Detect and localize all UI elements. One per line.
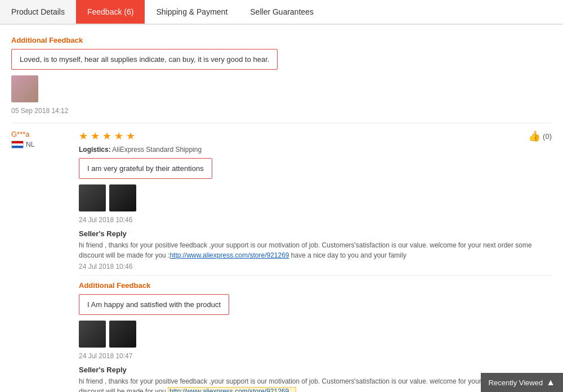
star-4: ★ <box>114 130 123 142</box>
recently-viewed-label: Recently Viewed <box>489 379 543 387</box>
tab-product-details[interactable]: Product Details <box>0 0 76 24</box>
tab-guarantees[interactable]: Seller Guarantees <box>239 0 325 24</box>
tab-feedback[interactable]: Feedback (6) <box>76 0 145 24</box>
seller-reply-date-1: 24 Jul 2018 10:46 <box>79 263 552 271</box>
logistics-label: Logistics: <box>79 146 111 154</box>
date-1: 05 Sep 2018 14:12 <box>11 107 552 115</box>
seller-reply-link-1[interactable]: http://www.aliexpress.com/store/921269 <box>169 251 289 259</box>
additional-feedback-text-2: I Am happy and satisfied with the produc… <box>79 294 229 315</box>
feedback-section-1: Additional Feedback Loved, is to myself,… <box>11 36 552 115</box>
review-text-2: I am very grateful by their attentions <box>79 158 212 179</box>
review-body: ★ ★ ★ ★ ★ Logistics: AliExpress Standard… <box>79 130 552 392</box>
seller-reply-label-1: Seller's Reply <box>79 229 552 238</box>
tab-shipping[interactable]: Shipping & Payment <box>145 0 239 24</box>
thumb-row-1 <box>11 75 552 102</box>
review-header-row: ★ ★ ★ ★ ★ Logistics: AliExpress Standard… <box>79 130 552 184</box>
seller-reply-body-1: hi friend , thanks for your positive fee… <box>79 241 532 259</box>
star-5: ★ <box>126 130 135 142</box>
recently-viewed-bar[interactable]: Recently Viewed ▲ <box>481 373 563 392</box>
logistics-value: AliExpress Standard Shipping <box>112 146 202 154</box>
review-image-3b[interactable] <box>109 321 136 348</box>
logistics: Logistics: AliExpress Standard Shipping <box>79 146 212 154</box>
nav-tabs: Product Details Feedback (6) Shipping & … <box>0 0 563 25</box>
review-image-2a[interactable] <box>79 184 106 211</box>
star-3: ★ <box>102 130 111 142</box>
star-2: ★ <box>91 130 100 142</box>
seller-reply-text-1: hi friend , thanks for your positive fee… <box>79 240 552 260</box>
additional-feedback-section-2: Additional Feedback I Am happy and satis… <box>79 281 552 321</box>
seller-reply-body-2-before: hi friend , thanks for your positive fee… <box>79 377 532 392</box>
thumbs-up-icon: 👍 <box>528 130 540 142</box>
main-content: Additional Feedback Loved, is to myself,… <box>0 25 563 392</box>
date-2: 24 Jul 2018 10:46 <box>79 216 552 224</box>
recently-viewed-arrow-icon: ▲ <box>546 377 555 388</box>
like-count: (0) <box>543 132 552 141</box>
additional-feedback-label-2: Additional Feedback <box>79 281 552 290</box>
flag: NL <box>11 141 79 148</box>
reviewer-section-2: G***a NL ★ ★ ★ ★ ★ Logistics: <box>11 123 552 392</box>
seller-reply-1: Seller's Reply hi friend , thanks for yo… <box>79 229 552 271</box>
thumb-row-2 <box>79 184 552 211</box>
feedback-text-1: Loved, is to myself, hear all supplies i… <box>11 49 278 70</box>
additional-feedback-label-1: Additional Feedback <box>11 36 552 44</box>
date-3: 24 Jul 2018 10:47 <box>79 352 552 360</box>
thumb-row-3 <box>79 321 552 348</box>
review-image-3a[interactable] <box>79 321 106 348</box>
reviewer-info: G***a NL <box>11 130 79 148</box>
flag-code: NL <box>26 141 34 148</box>
review-image-1[interactable] <box>11 75 38 102</box>
star-rating: ★ ★ ★ ★ ★ <box>79 130 212 142</box>
seller-reply-link-2[interactable]: http://www.aliexpress.com/store/921269..… <box>168 387 296 392</box>
divider-1 <box>79 275 552 276</box>
flag-icon <box>11 141 24 148</box>
review-image-2b[interactable] <box>109 184 136 211</box>
reviewer-name: G***a <box>11 130 79 138</box>
star-1: ★ <box>79 130 88 142</box>
like-area[interactable]: 👍 (0) <box>528 130 552 142</box>
